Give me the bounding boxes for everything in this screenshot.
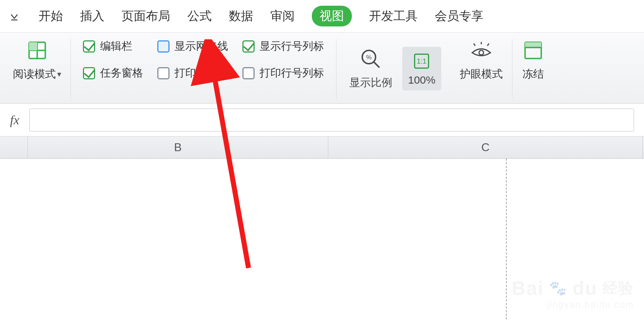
chk-show-gridlines[interactable]: 显示网格线 bbox=[157, 39, 228, 54]
one-to-one-icon: 1:1 bbox=[412, 52, 431, 70]
svg-text:1:1: 1:1 bbox=[417, 57, 427, 65]
ribbon: 阅读模式 ▾ 编辑栏 显示网格线 显示行号列标 任务窗格 bbox=[0, 32, 644, 104]
checkbox-icon bbox=[242, 67, 255, 79]
checkbox-icon bbox=[83, 67, 95, 79]
formula-bar: fx bbox=[0, 104, 644, 136]
reading-mode-button[interactable]: 阅读模式 ▾ bbox=[13, 39, 61, 81]
watermark-text2: du bbox=[572, 277, 598, 299]
chk-print-gridlines[interactable]: 打印网格线 bbox=[157, 66, 228, 80]
svg-rect-14 bbox=[525, 42, 541, 48]
checkbox-icon bbox=[157, 67, 169, 79]
eye-protect-button[interactable]: 护眼模式 bbox=[460, 39, 503, 81]
freeze-label: 冻结 bbox=[522, 67, 544, 81]
tab-start[interactable]: 开始 bbox=[39, 8, 63, 24]
chk-print-gridlines-label: 打印网格线 bbox=[174, 66, 228, 80]
tab-formula[interactable]: 公式 bbox=[187, 8, 212, 24]
watermark-sub: jingyan.baidu.com bbox=[512, 299, 634, 310]
group-zoom: % 显示比例 1:1 100% bbox=[336, 39, 451, 98]
checkbox-icon bbox=[157, 40, 169, 53]
zoom-ratio-button[interactable]: % 显示比例 bbox=[346, 48, 396, 90]
chk-show-headers[interactable]: 显示行号列标 bbox=[242, 39, 324, 54]
tab-member[interactable]: 会员专享 bbox=[435, 8, 483, 24]
col-header-c[interactable]: C bbox=[328, 136, 643, 158]
tab-layout[interactable]: 页面布局 bbox=[122, 8, 170, 24]
tab-insert[interactable]: 插入 bbox=[80, 8, 104, 24]
chk-task-pane-label: 任务窗格 bbox=[100, 66, 143, 80]
watermark-caption: 经验 bbox=[603, 278, 634, 298]
group-eye-protect: 护眼模式 bbox=[451, 39, 512, 98]
chk-formula-bar[interactable]: 编辑栏 bbox=[83, 39, 143, 54]
svg-line-12 bbox=[487, 44, 489, 46]
zoom-ratio-label: 显示比例 bbox=[349, 75, 392, 90]
tab-data[interactable]: 数据 bbox=[229, 8, 253, 24]
group-show-options: 编辑栏 显示网格线 显示行号列标 任务窗格 打印网格线 打印行号列标 bbox=[71, 39, 336, 98]
grid-icon bbox=[26, 39, 49, 62]
svg-point-9 bbox=[479, 50, 483, 55]
formula-input[interactable] bbox=[29, 109, 634, 131]
chk-show-headers-label: 显示行号列标 bbox=[260, 39, 324, 54]
magnifier-percent-icon: % bbox=[359, 48, 382, 70]
col-header-corner[interactable] bbox=[0, 136, 28, 158]
tab-view[interactable]: 视图 bbox=[312, 6, 352, 26]
group-freeze: 冻结 bbox=[512, 39, 554, 98]
freeze-icon bbox=[522, 39, 545, 62]
svg-rect-3 bbox=[29, 42, 37, 50]
checkbox-icon bbox=[242, 40, 255, 53]
col-header-b[interactable]: B bbox=[28, 136, 328, 158]
watermark-text: Bai bbox=[512, 277, 544, 299]
chk-print-headers-label: 打印行号列标 bbox=[260, 66, 324, 80]
tabs-bar: 开始 插入 页面布局 公式 数据 审阅 视图 开发工具 会员专享 bbox=[0, 0, 644, 32]
freeze-button[interactable]: 冻结 bbox=[522, 39, 545, 81]
paw-icon: 🐾 bbox=[549, 280, 567, 297]
fx-label[interactable]: fx bbox=[4, 113, 26, 128]
group-reading-mode: 阅读模式 ▾ bbox=[4, 39, 71, 98]
chk-print-headers[interactable]: 打印行号列标 bbox=[242, 66, 324, 80]
chk-show-gridlines-label: 显示网格线 bbox=[174, 39, 228, 54]
reading-mode-label: 阅读模式 bbox=[13, 67, 56, 81]
zoom-100-label: 100% bbox=[408, 74, 436, 86]
tab-dev[interactable]: 开发工具 bbox=[369, 8, 418, 24]
zoom-100-button[interactable]: 1:1 100% bbox=[402, 47, 441, 90]
print-boundary-line bbox=[506, 159, 507, 319]
column-headers: B C bbox=[0, 136, 644, 159]
svg-line-10 bbox=[473, 44, 475, 46]
eye-protect-label: 护眼模式 bbox=[460, 67, 503, 81]
svg-text:%: % bbox=[366, 54, 372, 61]
chk-task-pane[interactable]: 任务窗格 bbox=[83, 66, 143, 80]
tab-review[interactable]: 审阅 bbox=[270, 8, 295, 24]
show-options-grid: 编辑栏 显示网格线 显示行号列标 任务窗格 打印网格线 打印行号列标 bbox=[83, 39, 324, 80]
svg-line-5 bbox=[374, 62, 379, 68]
eye-icon bbox=[470, 39, 493, 62]
tab-chev-icon[interactable] bbox=[7, 9, 21, 23]
watermark: Bai🐾du 经验 jingyan.baidu.com bbox=[512, 277, 634, 310]
checkbox-icon bbox=[83, 40, 95, 53]
chk-formula-bar-label: 编辑栏 bbox=[100, 39, 132, 54]
chevron-down-icon: ▾ bbox=[57, 70, 61, 79]
